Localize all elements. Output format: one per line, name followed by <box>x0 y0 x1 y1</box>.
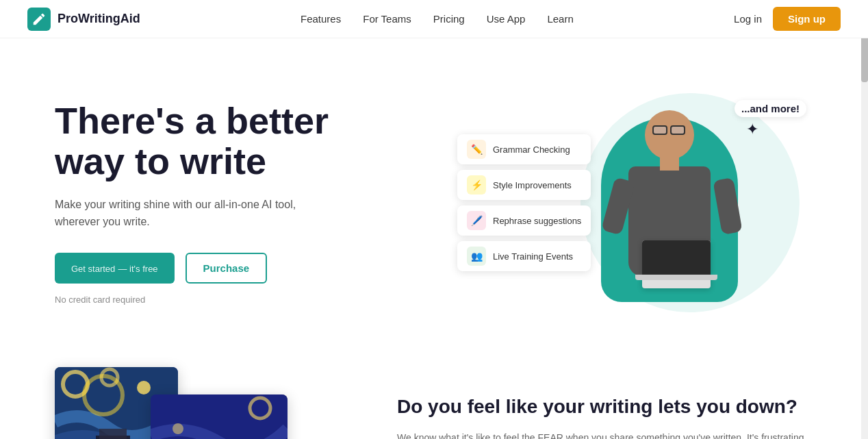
login-button[interactable]: Log in <box>734 13 762 25</box>
nav-actions: Log in Sign up <box>734 7 841 31</box>
feature-card-rephrase: 🖊️ Rephrase suggestions <box>457 205 591 236</box>
training-icon: 👥 <box>467 247 486 266</box>
feature-card-training: 👥 Live Training Events <box>457 241 591 271</box>
nav-link-pricing[interactable]: Pricing <box>433 13 465 25</box>
purchase-button[interactable]: Purchase <box>186 253 268 284</box>
nav-links: Features For Teams Pricing Use App Learn <box>301 13 574 25</box>
hero-note: No credit card required <box>55 294 411 305</box>
hero-title: There's a better way to write <box>55 101 411 182</box>
logo-icon <box>27 8 51 31</box>
svg-point-3 <box>137 381 151 394</box>
hero-illustration <box>594 103 745 302</box>
hero-content: There's a better way to write Make your … <box>55 101 411 305</box>
hero-buttons: Get started — it's free Purchase <box>55 253 411 284</box>
feature-card-grammar: ✏️ Grammar Checking <box>457 134 591 164</box>
feature-cards: ✏️ Grammar Checking ⚡ Style Improvements… <box>457 134 591 271</box>
get-started-button[interactable]: Get started — it's free <box>55 253 175 284</box>
grammar-icon: ✏️ <box>467 140 486 159</box>
section-2: My idea in my head Do you feel like your… <box>0 353 868 439</box>
section-2-content: Do you feel like your writing lets you d… <box>397 367 813 439</box>
svg-point-8 <box>173 423 183 434</box>
scrollbar-track[interactable] <box>861 0 868 439</box>
nav-link-for-teams[interactable]: For Teams <box>363 13 411 25</box>
hero-subtitle: Make your writing shine with our all-in-… <box>55 196 329 231</box>
hero-section: There's a better way to write Make your … <box>0 38 868 353</box>
logo[interactable]: ProWritingAid <box>27 8 140 31</box>
section-2-text: We know what it's like to feel the FEAR … <box>397 430 813 439</box>
logo-text: ProWritingAid <box>58 12 140 26</box>
and-more-label: ...and more! <box>735 100 806 117</box>
style-icon: ⚡ <box>467 175 486 195</box>
hero-visual: ✏️ Grammar Checking ⚡ Style Improvements… <box>471 79 813 326</box>
rephrase-icon: 🖊️ <box>467 211 486 230</box>
navbar: ProWritingAid Features For Teams Pricing… <box>0 0 868 38</box>
nav-link-use-app[interactable]: Use App <box>487 13 526 25</box>
nav-link-learn[interactable]: Learn <box>547 13 573 25</box>
sparkle-decoration: ✦ <box>746 121 758 138</box>
section-2-visual: My idea in my head <box>55 367 342 439</box>
feature-card-style: ⚡ Style Improvements <box>457 170 591 200</box>
painting-stack: My idea in my head <box>55 367 288 439</box>
painting-card-secondary <box>151 394 288 439</box>
section-2-title: Do you feel like your writing lets you d… <box>397 394 813 419</box>
svg-rect-5 <box>99 429 127 439</box>
signup-button[interactable]: Sign up <box>773 7 841 31</box>
nav-link-features[interactable]: Features <box>301 13 341 25</box>
